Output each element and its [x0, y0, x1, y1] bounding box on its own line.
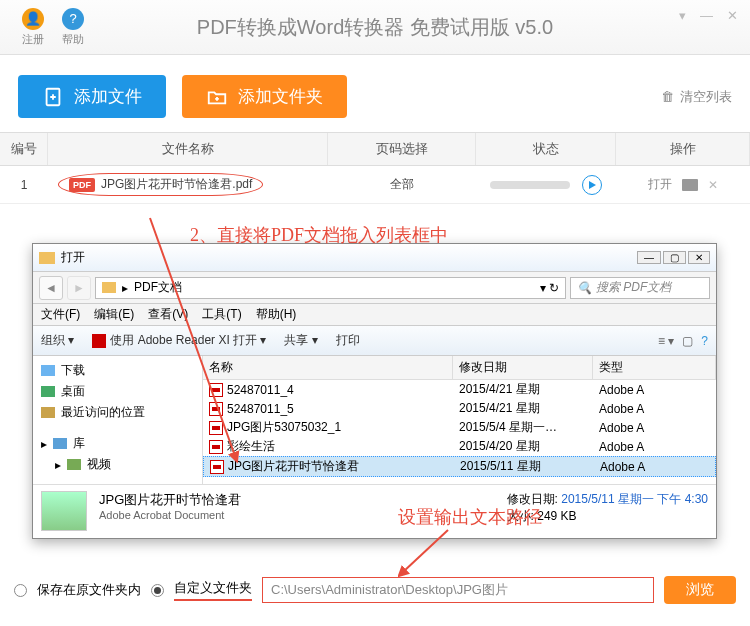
delete-icon[interactable]: ✕ [708, 178, 718, 192]
help-icon[interactable]: ? [701, 334, 708, 348]
trash-icon: 🗑 [661, 89, 674, 104]
pdf-icon [209, 421, 223, 435]
file-name: 52487011_4 [227, 383, 294, 397]
th-page: 页码选择 [328, 133, 476, 165]
fh-date[interactable]: 修改日期 [453, 356, 593, 379]
help-icon: ? [62, 8, 84, 30]
menu-edit[interactable]: 编辑(E) [94, 306, 134, 323]
back-button[interactable]: ◄ [39, 276, 63, 300]
view-icons[interactable]: ≡ ▾ [658, 334, 674, 348]
dlg-maximize[interactable]: ▢ [663, 251, 686, 264]
browse-button[interactable]: 浏览 [664, 576, 736, 604]
row-name-cell: PDF JPG图片花开时节恰逢君.pdf [48, 173, 328, 196]
file-name: 52487011_5 [227, 402, 294, 416]
file-date: 2015/4/21 星期 [453, 381, 593, 398]
pdf-icon [209, 440, 223, 454]
menu-tools[interactable]: 工具(T) [202, 306, 241, 323]
add-folder-label: 添加文件夹 [238, 85, 323, 108]
output-path-input[interactable] [262, 577, 654, 603]
file-thumbnail [41, 491, 87, 531]
fh-name[interactable]: 名称 [203, 356, 453, 379]
th-name: 文件名称 [48, 133, 328, 165]
clear-list-label: 清空列表 [680, 88, 732, 106]
dlg-minimize[interactable]: — [637, 251, 661, 264]
annotation-output-path: 设置输出文本路径 [398, 505, 542, 529]
clear-list-button[interactable]: 🗑 清空列表 [661, 88, 732, 106]
sidebar-videos[interactable]: ▸ 视频 [33, 454, 202, 475]
sidebar-libraries[interactable]: ▸ 库 [33, 433, 202, 454]
forward-button[interactable]: ► [67, 276, 91, 300]
folder-icon[interactable] [682, 179, 698, 191]
play-button[interactable] [582, 175, 602, 195]
save-original-radio[interactable] [14, 584, 27, 597]
row-filename: JPG图片花开时节恰逢君.pdf [101, 176, 252, 193]
open-with-button[interactable]: 使用 Adobe Reader XI 打开 ▾ [92, 332, 266, 349]
open-link[interactable]: 打开 [648, 176, 672, 193]
custom-folder-label: 自定义文件夹 [174, 579, 252, 601]
file-date: 2015/4/20 星期 [453, 438, 593, 455]
folder-icon [102, 282, 116, 293]
window-controls: ▾ — ✕ [679, 8, 738, 23]
table-header: 编号 文件名称 页码选择 状态 操作 [0, 132, 750, 166]
custom-folder-radio[interactable] [151, 584, 164, 597]
register-nav[interactable]: 👤 注册 [22, 8, 44, 47]
titlebar: 👤 注册 ? 帮助 PDF转换成Word转换器 免费试用版 v5.0 ▾ — ✕ [0, 0, 750, 55]
file-list-header: 名称 修改日期 类型 [203, 356, 716, 380]
dialog-menubar: 文件(F) 编辑(E) 查看(V) 工具(T) 帮助(H) [33, 304, 716, 326]
progress-bar [490, 181, 570, 189]
menu-view[interactable]: 查看(V) [148, 306, 188, 323]
close-icon[interactable]: ✕ [727, 8, 738, 23]
pdf-icon [209, 383, 223, 397]
row-page[interactable]: 全部 [328, 176, 476, 193]
file-row[interactable]: JPG图片53075032_12015/5/4 星期一…Adobe A [203, 418, 716, 437]
fh-type[interactable]: 类型 [593, 356, 716, 379]
add-file-button[interactable]: 添加文件 [18, 75, 166, 118]
file-name: JPG图片53075032_1 [227, 419, 341, 436]
add-folder-button[interactable]: 添加文件夹 [182, 75, 347, 118]
open-with-label: 使用 Adobe Reader XI 打开 ▾ [110, 332, 266, 349]
dialog-titlebar: 打开 — ▢ ✕ [33, 244, 716, 272]
organize-button[interactable]: 组织 ▾ [41, 332, 74, 349]
dialog-toolbar: 组织 ▾ 使用 Adobe Reader XI 打开 ▾ 共享 ▾ 打印 ≡ ▾… [33, 326, 716, 356]
file-type: Adobe A [593, 383, 644, 397]
library-icon [53, 438, 67, 449]
pdf-badge-icon: PDF [69, 178, 95, 192]
file-row[interactable]: 52487011_42015/4/21 星期Adobe A [203, 380, 716, 399]
row-status [476, 175, 616, 195]
dialog-footer: JPG图片花开时节恰逢君 Adobe Acrobat Document 修改日期… [33, 484, 716, 537]
minimize-icon[interactable]: ▾ [679, 8, 686, 23]
folder-icon [39, 252, 55, 264]
dlg-close[interactable]: ✕ [688, 251, 710, 264]
file-open-dialog: 打开 — ▢ ✕ ◄ ► ▸ PDF文档 ▾ ↻ 🔍 搜索 PDF文档 文件(F… [32, 243, 717, 539]
file-row[interactable]: 彩绘生活2015/4/20 星期Adobe A [203, 437, 716, 456]
minimize2-icon[interactable]: — [700, 8, 713, 23]
file-type: Adobe A [593, 440, 644, 454]
print-button[interactable]: 打印 [336, 332, 360, 349]
menu-file[interactable]: 文件(F) [41, 306, 80, 323]
desktop-icon [41, 386, 55, 397]
preview-pane[interactable]: ▢ [682, 334, 693, 348]
pdf-icon [210, 460, 224, 474]
menu-help[interactable]: 帮助(H) [256, 306, 297, 323]
app-title: PDF转换成Word转换器 免费试用版 v5.0 [197, 14, 553, 41]
adobe-icon [92, 334, 106, 348]
dialog-title: 打开 [61, 249, 85, 266]
save-original-label: 保存在原文件夹内 [37, 581, 141, 599]
th-status: 状态 [476, 133, 616, 165]
sidebar-desktop[interactable]: 桌面 [33, 381, 202, 402]
file-row[interactable]: 52487011_52015/4/21 星期Adobe A [203, 399, 716, 418]
file-type: Adobe A [593, 402, 644, 416]
table-row[interactable]: 1 PDF JPG图片花开时节恰逢君.pdf 全部 打开 ✕ [0, 166, 750, 204]
crumb-folder: PDF文档 [134, 279, 182, 296]
output-path-bar: 保存在原文件夹内 自定义文件夹 浏览 [0, 576, 750, 604]
breadcrumb[interactable]: ▸ PDF文档 ▾ ↻ [95, 277, 566, 299]
sidebar-recent[interactable]: 最近访问的位置 [33, 402, 202, 423]
search-input[interactable]: 🔍 搜索 PDF文档 [570, 277, 710, 299]
annotation-drag-hint: 2、直接将PDF文档拖入列表框中 [190, 223, 448, 247]
video-icon [67, 459, 81, 470]
help-nav[interactable]: ? 帮助 [62, 8, 84, 47]
share-button[interactable]: 共享 ▾ [284, 332, 317, 349]
file-row[interactable]: JPG图片花开时节恰逢君2015/5/11 星期Adobe A [203, 456, 716, 477]
file-type: Adobe A [593, 421, 644, 435]
sidebar-downloads[interactable]: 下载 [33, 360, 202, 381]
